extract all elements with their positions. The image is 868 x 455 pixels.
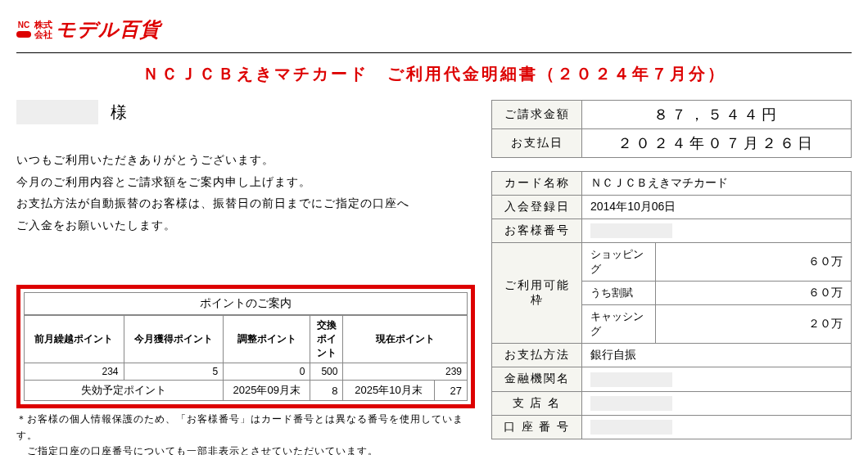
logo-kk: 株式 会社 [34,20,52,39]
customer-number-label: お客様番号 [492,219,582,243]
expire-label: 失効予定ポイント [25,381,224,401]
branch-name-value [582,391,852,415]
expire-value-1: 8 [310,381,343,401]
payment-date-label: お支払日 [492,129,582,158]
credit-limit-label: ご利用可能枠 [492,243,582,344]
payment-method-value: 銀行自振 [582,344,852,367]
bank-name-value [582,367,852,391]
points-highlight-box: ポイントのご案内 前月繰越ポイント 今月獲得ポイント 調整ポイント 交換ポイント… [16,285,475,408]
shopping-value: ６０万 [656,243,852,282]
payment-method-label: お支払方法 [492,344,582,367]
customer-name-row: 様 [16,100,475,124]
points-value-current: 239 [343,363,468,381]
cashing-label: キャッシング [582,305,656,344]
branch-name-label: 支 店 名 [492,391,582,415]
customer-number-masked [590,223,672,238]
customer-number-value [582,219,852,243]
branch-masked [590,396,672,411]
points-value-exchange: 500 [310,363,343,381]
points-header-carry: 前月繰越ポイント [25,316,124,363]
account-number-label: 口 座 番 号 [492,415,582,439]
points-value-carry: 234 [25,363,124,381]
customer-name-masked [16,100,98,124]
bill-amount-label: ご請求金額 [492,101,582,129]
points-header-adjust: 調整ポイント [224,316,310,363]
divider [16,52,852,53]
points-table: 前月繰越ポイント 今月獲得ポイント 調整ポイント 交換ポイント 現在ポイント 2… [24,315,468,401]
points-value-earned: 5 [124,363,224,381]
intro-line: お支払方法が自動振替のお客様は、振替日の前日までにご指定の口座へ [16,192,475,214]
cashing-value: ２０万 [656,305,852,344]
intro-line: 今月のご利用内容とご請求額をご案内申し上げます。 [16,171,475,193]
company-logo: NC 株式 会社 モデル百貨 [16,16,852,43]
payment-date-value: ２０２４年０７月２６日 [582,129,852,158]
installment-label: うち割賦 [582,282,656,305]
reg-date-label: 入会登録日 [492,196,582,219]
card-info-table: カード名称 ＮＣＪＣＢえきマチカード 入会登録日 2014年10月06日 お客様… [491,171,852,439]
intro-line: ご入金をお願いいたします。 [16,214,475,237]
installment-value: ６０万 [656,282,852,305]
footnote-line: ご指定口座の口座番号についても一部非表示とさせていただいています。 [16,444,475,455]
points-header-exchange: 交換ポイント [310,316,343,363]
points-title: ポイントのご案内 [24,292,468,315]
points-header-current: 現在ポイント [343,316,468,363]
account-number-value [582,415,852,439]
expire-date-1: 2025年09月末 [224,381,310,401]
shopping-label: ショッピング [582,243,656,282]
document-title: ＮＣＪＣＢえきマチカード ご利用代金明細書（２０２４年７月分） [16,63,852,85]
bill-amount-value: ８７，５４４円 [582,101,852,129]
logo-nc-mark: NC [16,21,31,38]
card-name-label: カード名称 [492,172,582,196]
expire-value-2: 27 [434,381,467,400]
expire-date-2: 2025年10月末 [343,381,434,400]
bank-masked [590,372,672,387]
points-header-earned: 今月獲得ポイント [124,316,224,363]
honorific-sama: 様 [111,101,127,124]
bank-name-label: 金融機関名 [492,367,582,391]
footnote-line: ＊お客様の個人情報保護のため、「お客様番号」はカード番号とは異なる番号を使用して… [16,412,475,443]
footnotes: ＊お客様の個人情報保護のため、「お客様番号」はカード番号とは異なる番号を使用して… [16,412,475,455]
logo-company-name: モデル百貨 [56,16,160,43]
account-masked [590,420,672,435]
billing-summary-table: ご請求金額 ８７，５４４円 お支払日 ２０２４年０７月２６日 [491,100,852,158]
intro-line: いつもご利用いただきありがとうございます。 [16,149,475,171]
card-name-value: ＮＣＪＣＢえきマチカード [582,172,852,196]
reg-date-value: 2014年10月06日 [582,196,852,219]
points-value-adjust: 0 [224,363,310,381]
intro-text: いつもご利用いただきありがとうございます。 今月のご利用内容とご請求額をご案内申… [16,149,475,236]
